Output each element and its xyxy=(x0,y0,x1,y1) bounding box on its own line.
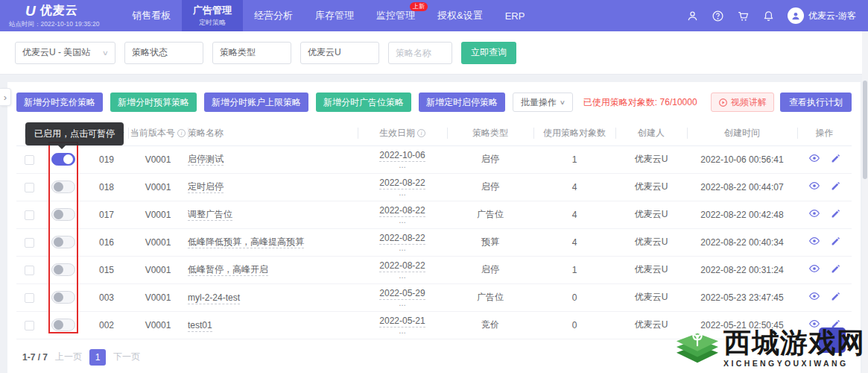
nav-item-inventory[interactable]: 库存管理 xyxy=(304,0,365,31)
cart-icon[interactable] xyxy=(737,10,750,22)
edit-icon[interactable] xyxy=(831,209,840,221)
status-toggle[interactable] xyxy=(51,319,75,331)
strategy-id: 017 xyxy=(85,201,128,228)
edit-icon[interactable] xyxy=(831,154,840,166)
next-page-button[interactable]: 下一页 xyxy=(113,351,140,363)
row-checkbox[interactable] xyxy=(25,210,34,220)
search-button[interactable]: 立即查询 xyxy=(461,42,516,64)
strategy-status-input[interactable] xyxy=(124,42,203,64)
effective-date[interactable]: 2022-10-06 xyxy=(379,150,425,162)
view-icon[interactable] xyxy=(808,152,820,166)
status-toggle[interactable] xyxy=(51,208,75,221)
chevron-down-icon: ∨ xyxy=(102,49,109,57)
strategy-name-input[interactable] xyxy=(388,42,452,64)
status-toggle[interactable] xyxy=(51,153,75,166)
creator: 优麦云U xyxy=(615,173,687,201)
batch-label: 批量操作 xyxy=(521,96,557,109)
strategy-name[interactable]: 定时启停 xyxy=(188,181,224,193)
view-icon[interactable] xyxy=(808,290,820,304)
strategy-name[interactable]: test01 xyxy=(188,320,212,332)
site-select[interactable]: 优麦云U - 美国站 ∨ xyxy=(15,42,115,64)
version: V0001 xyxy=(128,173,188,201)
strategy-name[interactable]: 调整广告位 xyxy=(188,209,232,221)
scrollbar[interactable] xyxy=(862,31,868,373)
effective-date[interactable]: 2022-08-22 xyxy=(379,260,425,272)
toggle-knob xyxy=(54,320,63,330)
strategy-table: 策略状态i 策略编号 当前版本号i 策略名称 生效日期i 策略类型 使用策略对象… xyxy=(16,121,852,339)
edit-icon[interactable] xyxy=(831,181,840,193)
account-input[interactable] xyxy=(300,42,379,64)
strategy-name[interactable]: myl-2-24-test xyxy=(188,292,240,304)
panel-expander[interactable]: › xyxy=(0,88,11,106)
strategy-id: 002 xyxy=(85,311,128,339)
nav-item-sales-dashboard[interactable]: 销售看板 xyxy=(121,0,182,31)
row-checkbox[interactable] xyxy=(25,238,34,248)
strategy-name[interactable]: 低峰降低预算，高峰提高预算 xyxy=(188,236,304,248)
nav-item-ad-management[interactable]: 广告管理 定时策略 xyxy=(182,0,243,31)
add-timed-bid-strategy-button[interactable]: 新增分时竞价策略 xyxy=(16,93,103,112)
status-toggle[interactable] xyxy=(51,181,75,193)
row-checkbox[interactable] xyxy=(25,183,34,192)
edit-icon[interactable] xyxy=(831,264,840,276)
col-created-time: 创建时间 xyxy=(687,121,797,145)
nav-item-erp[interactable]: ERP xyxy=(494,0,536,31)
date-ellipsis: … xyxy=(358,300,447,307)
version: V0001 xyxy=(128,201,188,228)
strategy-id: 016 xyxy=(85,228,128,256)
table-row: 017 V0001 调整广告位 2022-08-22… 广告位 4 优麦云U 2… xyxy=(16,201,852,228)
date-ellipsis: … xyxy=(358,189,447,196)
prev-page-button[interactable]: 上一页 xyxy=(55,351,82,363)
effective-date[interactable]: 2022-08-22 xyxy=(379,205,425,217)
bell-icon[interactable] xyxy=(762,10,775,22)
user-menu[interactable]: 优麦云-游客 xyxy=(788,7,856,24)
add-scheduled-onoff-strategy-button[interactable]: 新增定时启停策略 xyxy=(419,93,505,112)
view-execution-plan-button[interactable]: 查看执行计划 xyxy=(780,93,852,112)
status-toggle[interactable] xyxy=(51,236,75,248)
batch-operations-button[interactable]: 批量操作 ∨ xyxy=(513,93,573,112)
row-checkbox[interactable] xyxy=(25,266,34,275)
effective-date[interactable]: 2022-05-29 xyxy=(379,288,425,300)
toolbar-right: 视频讲解 查看执行计划 xyxy=(711,93,852,112)
view-icon[interactable] xyxy=(808,180,820,194)
nav-label: 销售看板 xyxy=(132,9,171,22)
edit-icon[interactable] xyxy=(831,292,840,304)
page-range: 1-7 / 7 xyxy=(22,352,48,363)
effective-date[interactable]: 2022-05-21 xyxy=(379,316,425,327)
created-time: 2022-08-22 00:42:48 xyxy=(687,201,797,228)
date-ellipsis: … xyxy=(358,245,447,251)
object-count: 4 xyxy=(533,228,615,256)
strategy-name[interactable]: 启停测试 xyxy=(188,154,224,166)
row-checkbox[interactable] xyxy=(25,293,34,303)
status-toggle[interactable] xyxy=(51,263,75,276)
row-checkbox[interactable] xyxy=(25,155,34,165)
nav-item-monitoring[interactable]: 监控管理 上新 xyxy=(365,0,426,31)
view-icon[interactable] xyxy=(808,263,820,277)
status-toggle[interactable] xyxy=(51,291,75,304)
help-icon[interactable] xyxy=(712,10,724,22)
page-number-1[interactable]: 1 xyxy=(89,349,106,366)
toggle-knob xyxy=(54,292,63,302)
strategy-type: 启停 xyxy=(447,256,533,283)
nav-item-business-analysis[interactable]: 经营分析 xyxy=(243,0,304,31)
strategy-type-input[interactable] xyxy=(212,42,291,64)
effective-date[interactable]: 2022-08-22 xyxy=(379,178,425,189)
col-object-count: 使用策略对象数 xyxy=(533,121,615,145)
object-count: 1 xyxy=(533,145,615,173)
video-tutorial-button[interactable]: 视频讲解 xyxy=(711,93,774,112)
logo-block[interactable]: U 优麦云 站点时间：2022-10-10 19:35:20 xyxy=(0,0,112,31)
add-timed-account-cap-strategy-button[interactable]: 新增分时账户上限策略 xyxy=(204,93,308,112)
switch-user-icon[interactable] xyxy=(686,10,699,22)
avatar xyxy=(788,7,804,24)
add-timed-budget-strategy-button[interactable]: 新增分时预算策略 xyxy=(110,93,197,112)
view-icon[interactable] xyxy=(808,235,820,249)
scrollbar-thumb[interactable] xyxy=(863,81,867,179)
object-count: 0 xyxy=(533,283,615,311)
strategy-id: 019 xyxy=(85,145,128,173)
effective-date[interactable]: 2022-08-22 xyxy=(379,233,425,245)
strategy-name[interactable]: 低峰暂停，高峰开启 xyxy=(188,264,268,276)
row-checkbox[interactable] xyxy=(25,321,34,330)
edit-icon[interactable] xyxy=(831,236,840,248)
view-icon[interactable] xyxy=(808,207,820,222)
nav-item-authorization-settings[interactable]: 授权&设置 xyxy=(426,0,494,31)
add-timed-placement-strategy-button[interactable]: 新增分时广告位策略 xyxy=(316,93,411,112)
